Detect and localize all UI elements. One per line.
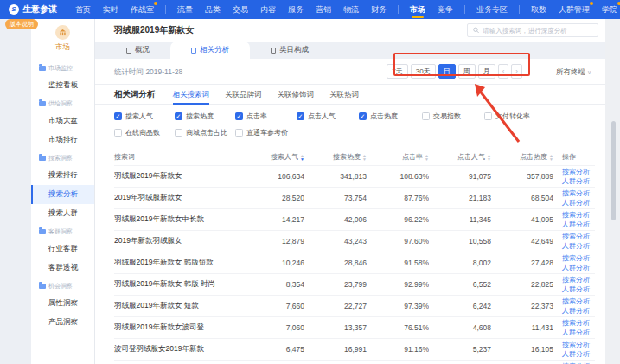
metric-checkbox[interactable]: 交易指数 [422, 112, 484, 121]
action-link[interactable]: 人群分析 [562, 176, 595, 186]
column-header[interactable]: 点击率▲▼ [367, 148, 429, 166]
nav-item[interactable]: 服务 [288, 0, 304, 19]
nav-item[interactable]: 作战室 [131, 0, 154, 19]
action-link[interactable]: 搜索分析 [562, 188, 595, 198]
nav-item[interactable]: 流量 [177, 0, 193, 19]
sub-tab[interactable]: 相关搜索词 [173, 85, 210, 105]
nav-item[interactable]: 取数 [531, 0, 546, 19]
nav-item[interactable]: 竞争 [438, 0, 453, 19]
action-link[interactable]: 搜索分析 [562, 318, 595, 328]
action-link[interactable]: 人群分析 [562, 284, 595, 294]
column-header[interactable]: 点击人气▲▼ [429, 148, 491, 166]
action-link[interactable]: 搜索分析 [562, 297, 595, 306]
value-cell: 73,754 [304, 188, 367, 209]
nav-item[interactable]: 财务 [371, 0, 387, 19]
metric-checkbox[interactable]: 在线商品数 [114, 128, 175, 137]
sort-icon[interactable]: ▲▼ [362, 154, 367, 161]
metric-checkbox[interactable]: 支付转化率 [484, 112, 595, 121]
brand[interactable]: S 生意参谋 [9, 3, 57, 16]
range-button[interactable]: 7天 [387, 64, 407, 79]
action-link[interactable]: 人群分析 [562, 263, 595, 272]
action-link[interactable]: 搜索分析 [562, 340, 595, 349]
action-link[interactable]: 人群分析 [562, 241, 595, 251]
sidebar-item[interactable]: 市场大盘 [31, 112, 94, 131]
action-link[interactable]: 搜索分析 [562, 253, 595, 263]
range-button[interactable]: 日 [438, 64, 456, 79]
pager-button[interactable]: › [511, 64, 522, 79]
action-link[interactable]: 人群分析 [562, 328, 595, 337]
version-badge[interactable]: 版本说明 [5, 19, 38, 29]
nav-item[interactable]: 交易 [233, 0, 248, 19]
checkbox-icon [114, 129, 122, 137]
action-link[interactable]: 搜索分析 [562, 210, 595, 220]
range-button[interactable]: 周 [458, 64, 476, 79]
sidebar-item[interactable]: 行业客群 [31, 239, 94, 259]
sidebar-item[interactable]: 监控看板 [31, 76, 94, 95]
sidebar-section: 客群洞察 [31, 223, 94, 239]
nav-item[interactable]: 业务专区 [476, 0, 508, 19]
sidebar-item[interactable]: 搜索排行 [31, 166, 94, 185]
page-tab[interactable]: 概况 [105, 42, 170, 59]
metric-checkbox[interactable]: ✓点击热度 [359, 112, 422, 121]
action-link[interactable]: 人群分析 [562, 306, 595, 316]
notification-dot-icon [590, 2, 593, 5]
sub-tab[interactable]: 关联热词 [329, 85, 359, 105]
scrollbar-thumb[interactable] [611, 121, 616, 220]
search-input[interactable] [483, 27, 592, 35]
value-cell: 91.16% [367, 339, 429, 361]
value-cell: 76.51% [367, 317, 429, 339]
nav-item[interactable]: 学院 [602, 0, 617, 19]
nav-item[interactable]: 品类 [205, 0, 221, 19]
nav-item[interactable]: 人群管理 [559, 0, 590, 19]
action-link[interactable]: 搜索分析 [562, 275, 595, 284]
metric-checkbox[interactable]: ✓搜索热度 [175, 112, 235, 121]
sort-icon[interactable]: ▲▼ [487, 154, 491, 161]
action-link[interactable]: 搜索分析 [562, 232, 595, 241]
action-link[interactable]: 人群分析 [562, 220, 595, 229]
action-link[interactable]: 人群分析 [562, 198, 595, 208]
nav-item[interactable]: 首页 [75, 0, 91, 19]
sidebar-item[interactable]: 市场排行 [31, 131, 94, 150]
metric-checkbox[interactable]: ✓点击率 [235, 112, 297, 121]
column-header[interactable]: 搜索热度▲▼ [304, 148, 367, 166]
metric-checkbox[interactable]: ✓搜索人气 [114, 112, 175, 121]
sidebar-item[interactable]: 属性洞察 [31, 294, 94, 313]
sidebar-item[interactable]: 搜索分析 [31, 185, 94, 204]
action-link[interactable]: 搜索分析 [562, 167, 595, 176]
sort-icon[interactable]: ▲▼ [549, 154, 553, 161]
range-button[interactable]: 月 [478, 64, 495, 79]
nav-item[interactable]: 物流 [343, 0, 359, 19]
sub-tab[interactable]: 关联修饰词 [278, 85, 315, 105]
metric-checkbox[interactable]: 商城点击占比 [175, 128, 235, 137]
filter-row-2: 在线商品数商城点击占比直通车参考价 [114, 128, 595, 137]
nav-item[interactable]: 营销 [316, 0, 331, 19]
table-row: 2019年羽绒服新款女28,52073,75487.76%21,18368,50… [114, 188, 595, 209]
terminal-filter[interactable]: 所有终端∨ [556, 67, 591, 78]
sort-icon[interactable]: ▲▼ [425, 154, 429, 161]
sub-tab[interactable]: 关联品牌词 [225, 85, 262, 105]
sort-icon[interactable]: ▲▼ [300, 154, 304, 161]
table-row: 羽绒服2019年新款女中长款14,21742,00696.22%11,34541… [114, 209, 595, 231]
page-tab[interactable]: 相关分析 [170, 42, 250, 59]
metric-checkbox[interactable]: ✓点击人气 [297, 112, 359, 121]
nav-item[interactable]: 内容 [260, 0, 276, 19]
doc-icon [126, 48, 131, 54]
column-header[interactable]: 点击热度▲▼ [491, 148, 553, 166]
nav-item[interactable]: 实时 [103, 0, 118, 19]
value-cell: 7,660 [242, 296, 304, 317]
value-cell: 8,354 [242, 274, 304, 296]
page-tab[interactable]: 类目构成 [250, 42, 329, 59]
action-link[interactable]: 人群分析 [562, 349, 595, 359]
table-row: 羽绒服2019年新款女 短款7,66022,72797.39%6,24222,3… [114, 296, 595, 317]
sidebar-item[interactable]: 产品洞察 [31, 313, 94, 332]
value-cell: 28,520 [242, 188, 304, 209]
pager-button[interactable]: ‹ [498, 64, 509, 79]
sidebar-item[interactable]: 客群透视 [31, 259, 94, 278]
sidebar-item[interactable]: 搜索人群 [31, 204, 94, 223]
value-cell: 6,552 [429, 274, 491, 296]
nav-item[interactable]: 市场 [410, 0, 425, 19]
column-header[interactable]: 搜索人气▲▼ [242, 148, 304, 166]
range-button[interactable]: 30天 [411, 64, 436, 79]
metric-label: 搜索热度 [186, 112, 214, 121]
metric-checkbox[interactable]: 直通车参考价 [235, 128, 304, 137]
